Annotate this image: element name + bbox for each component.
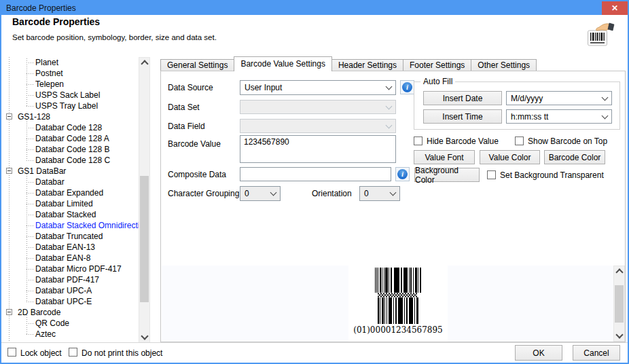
- tree-item-label: Databar Truncated: [35, 232, 103, 241]
- info-icon: i: [402, 82, 412, 92]
- tab-other-settings[interactable]: Other Settings: [471, 59, 537, 71]
- barcode-color-button[interactable]: Barcode Color: [544, 150, 605, 164]
- tree-group-gs1-databar[interactable]: GS1 DataBar: [4, 166, 139, 177]
- tree-item-label: Postnet: [35, 69, 63, 78]
- tree-item-databar-code-128-b[interactable]: Databar Code 128 B: [4, 144, 139, 155]
- value-font-button[interactable]: Value Font: [414, 150, 475, 164]
- tree-item-label: USPS Sack Label: [35, 90, 100, 100]
- data-source-info-button[interactable]: i: [400, 80, 414, 94]
- tree-item-databar[interactable]: Databar: [4, 177, 139, 187]
- collapse-icon[interactable]: [6, 113, 12, 120]
- date-format-combo[interactable]: M/d/yyyy: [506, 91, 612, 105]
- character-grouping-combo[interactable]: 0: [240, 186, 281, 201]
- tree-item-databar-code-128-a[interactable]: Databar Code 128 A: [4, 133, 139, 144]
- ok-button[interactable]: OK: [515, 345, 562, 361]
- background-color-button[interactable]: Background Color: [414, 168, 480, 182]
- collapse-icon[interactable]: [6, 309, 12, 315]
- barcode-preview: (01)00001234567895: [348, 266, 448, 342]
- hide-barcode-value-label: Hide Barcode Value: [427, 136, 499, 146]
- tree-item-databar-micro-pdf-417[interactable]: Databar Micro PDF-417: [4, 263, 139, 274]
- data-set-combo: [240, 100, 396, 114]
- data-source-label: Data Source: [168, 83, 213, 92]
- tree-item-label: Databar Stacked: [35, 210, 96, 219]
- tree-item-label: Databar UPC-A: [35, 286, 92, 295]
- tree-item-planet[interactable]: Planet: [4, 57, 139, 68]
- preview-scroll-down-icon[interactable]: [614, 331, 624, 341]
- tree-group-2d-barcode[interactable]: 2D Barcode: [4, 307, 139, 318]
- tree-item-label: Aztec: [35, 329, 56, 339]
- tree-item-label: Databar Code 128 C: [35, 156, 110, 165]
- tree-item-label: Databar UPC-E: [35, 297, 92, 306]
- tab-header-settings[interactable]: Header Settings: [331, 59, 403, 71]
- info-icon: i: [397, 169, 408, 179]
- show-barcode-on-top-checkbox[interactable]: [515, 136, 524, 145]
- tree-item-databar-stacked-omnidirectional[interactable]: Databar Stacked Omnidirectional: [4, 220, 139, 231]
- tree-item-databar-stacked[interactable]: Databar Stacked: [4, 209, 139, 220]
- chevron-down-icon: [270, 189, 277, 196]
- tree-item-qr-code[interactable]: QR Code: [4, 318, 139, 329]
- tree-item-label: Databar PDF-417: [35, 275, 99, 285]
- insert-date-button[interactable]: Insert Date: [423, 91, 502, 105]
- cancel-button[interactable]: Cancel: [573, 345, 620, 361]
- tree-scroll-down-icon[interactable]: [139, 332, 149, 342]
- preview-scrollbar[interactable]: [613, 266, 625, 342]
- tree-item-postnet[interactable]: Postnet: [4, 68, 139, 79]
- tree-item-databar-upc-e[interactable]: Databar UPC-E: [4, 296, 139, 307]
- composite-data-info-button[interactable]: i: [395, 167, 410, 181]
- title-bar[interactable]: Barcode Properties: [1, 1, 628, 15]
- tree-item-databar-upc-a[interactable]: Databar UPC-A: [4, 285, 139, 296]
- tree-group-gs1-128[interactable]: GS1-128: [4, 111, 139, 122]
- do-not-print-checkbox[interactable]: [69, 348, 77, 357]
- barcode-properties-dialog: Barcode Properties ✕ Barcode Properties …: [0, 0, 629, 364]
- barcode-value-input[interactable]: 1234567890: [240, 135, 396, 163]
- lock-object-label: Lock object: [20, 348, 62, 358]
- close-button[interactable]: ✕: [602, 1, 628, 15]
- tree-item-databar-pdf-417[interactable]: Databar PDF-417: [4, 274, 139, 285]
- tree-item-databar-limited[interactable]: Databar Limited: [4, 198, 139, 209]
- time-format-combo[interactable]: h:mm:ss tt: [506, 109, 612, 124]
- value-color-button[interactable]: Value Color: [480, 150, 540, 164]
- data-source-combo[interactable]: User Input: [240, 80, 396, 95]
- tree-item-databar-code-128[interactable]: Databar Code 128: [4, 122, 139, 133]
- orientation-combo[interactable]: 0: [359, 186, 400, 201]
- tree-item-databar-truncated[interactable]: Databar Truncated: [4, 231, 139, 242]
- data-field-combo: [240, 119, 396, 133]
- tree-item-label: Databar Micro PDF-417: [35, 264, 122, 274]
- tree-scrollbar-thumb[interactable]: [140, 176, 149, 302]
- tab-footer-settings[interactable]: Footer Settings: [403, 59, 471, 71]
- tree-item-label: Databar EAN-8: [35, 253, 90, 263]
- tree-item-databar-ean-13[interactable]: Databar EAN-13: [4, 242, 139, 253]
- collapse-icon[interactable]: [6, 168, 12, 174]
- tree-item-databar-expanded[interactable]: Databar Expanded: [4, 187, 139, 198]
- composite-data-input[interactable]: [240, 167, 391, 181]
- insert-time-button[interactable]: Insert Time: [423, 109, 502, 124]
- preview-scrollbar-thumb[interactable]: [615, 285, 624, 323]
- tree-item-label: Databar Code 128 A: [35, 134, 109, 143]
- tree-item-databar-ean-8[interactable]: Databar EAN-8: [4, 253, 139, 263]
- window-title: Barcode Properties: [6, 3, 76, 13]
- set-background-transparent-checkbox[interactable]: [487, 170, 496, 179]
- tree-item-telepen[interactable]: Telepen: [4, 79, 139, 90]
- tree-item-label: Databar Limited: [35, 199, 93, 208]
- chevron-down-icon: [602, 94, 609, 101]
- tree-item-usps-tray-label[interactable]: USPS Tray Label: [4, 101, 139, 111]
- tree-item-aztec[interactable]: Aztec: [4, 329, 139, 340]
- data-field-label: Data Field: [168, 122, 205, 131]
- dialog-footer: Lock object Do not print this object OK …: [1, 342, 628, 363]
- barcode-image: [375, 268, 421, 325]
- hide-barcode-value-checkbox[interactable]: [414, 136, 423, 145]
- tree-item-databar-code-128-c[interactable]: Databar Code 128 C: [4, 155, 139, 166]
- preview-scroll-up-icon[interactable]: [614, 266, 624, 276]
- page-subtitle: Set barcode position, symbology, border,…: [12, 33, 217, 41]
- set-background-transparent-label: Set Background Transparent: [500, 170, 604, 180]
- tree-scrollbar[interactable]: [139, 57, 150, 343]
- chevron-down-icon: [386, 84, 393, 90]
- tab-general-settings[interactable]: General Settings: [160, 59, 234, 71]
- auto-fill-title: Auto Fill: [420, 77, 455, 86]
- tree-scroll-up-icon[interactable]: [139, 58, 149, 68]
- lock-object-checkbox[interactable]: [7, 348, 16, 357]
- tree-item-usps-sack-label[interactable]: USPS Sack Label: [4, 90, 139, 101]
- data-set-label: Data Set: [168, 103, 200, 112]
- tree-item-label: Databar Code 128: [35, 123, 102, 132]
- tab-barcode-value-settings[interactable]: Barcode Value Settings: [234, 56, 332, 71]
